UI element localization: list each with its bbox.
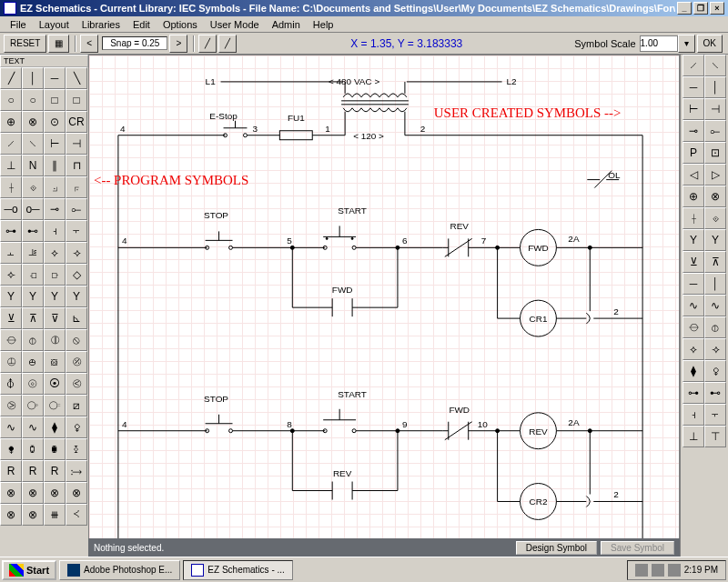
menu-libraries[interactable]: Libraries bbox=[76, 19, 126, 30]
user-symbol-27[interactable]: ⟢ bbox=[704, 338, 726, 360]
tray-icon-1[interactable] bbox=[635, 564, 648, 577]
program-symbol-26[interactable]: ⊸ bbox=[44, 198, 66, 220]
menu-edit[interactable]: Edit bbox=[126, 19, 157, 30]
program-symbol-70[interactable]: ⧯ bbox=[44, 438, 66, 460]
program-symbol-14[interactable]: ⊢ bbox=[44, 133, 66, 155]
program-symbol-21[interactable]: ⟐ bbox=[22, 176, 44, 198]
tray-icon-3[interactable] bbox=[668, 564, 681, 577]
user-symbol-8[interactable]: P bbox=[682, 142, 704, 164]
user-symbol-28[interactable]: ⧫ bbox=[682, 360, 704, 382]
user-symbol-14[interactable]: ⟊ bbox=[682, 207, 704, 229]
snap-display[interactable]: Snap = 0.25 bbox=[102, 36, 167, 50]
program-symbol-83[interactable]: ⧼ bbox=[66, 504, 87, 526]
user-symbol-13[interactable]: ⊗ bbox=[704, 186, 726, 207]
user-symbol-15[interactable]: ⟐ bbox=[704, 207, 726, 229]
user-symbol-23[interactable]: ∿ bbox=[704, 295, 726, 316]
program-symbol-27[interactable]: ⟜ bbox=[66, 198, 87, 220]
menu-admin[interactable]: Admin bbox=[266, 19, 307, 30]
user-symbol-3[interactable]: │ bbox=[704, 76, 726, 98]
program-symbol-59[interactable]: ⧀ bbox=[66, 373, 87, 395]
menu-help[interactable]: Help bbox=[307, 19, 340, 30]
program-symbol-1[interactable]: │ bbox=[22, 67, 44, 89]
program-symbol-73[interactable]: R bbox=[22, 460, 44, 482]
user-symbol-9[interactable]: ⊡ bbox=[704, 142, 726, 164]
maximize-button[interactable]: ❐ bbox=[693, 2, 708, 15]
user-symbol-11[interactable]: ▷ bbox=[704, 164, 726, 186]
scale-dropdown-button[interactable]: ▾ bbox=[678, 35, 695, 53]
menu-usermode[interactable]: User Mode bbox=[204, 19, 266, 30]
program-symbol-78[interactable]: ⊗ bbox=[44, 482, 66, 504]
program-symbol-63[interactable]: ⧄ bbox=[66, 395, 87, 416]
program-symbol-48[interactable]: ⦵ bbox=[0, 329, 22, 351]
line-tool2-button[interactable]: ╱ bbox=[218, 35, 237, 53]
user-symbol-4[interactable]: ⊢ bbox=[682, 98, 704, 120]
program-symbol-68[interactable]: ⧭ bbox=[0, 438, 22, 460]
start-button[interactable]: Start bbox=[2, 560, 56, 580]
user-symbol-20[interactable]: ─ bbox=[682, 273, 704, 295]
program-symbol-5[interactable]: ○ bbox=[22, 89, 44, 111]
program-symbol-4[interactable]: ○ bbox=[0, 89, 22, 111]
program-symbol-12[interactable]: ⟋ bbox=[0, 133, 22, 155]
program-symbol-82[interactable]: ⧻ bbox=[44, 504, 66, 526]
user-symbol-22[interactable]: ∿ bbox=[682, 295, 704, 316]
program-symbol-53[interactable]: ⦺ bbox=[22, 351, 44, 373]
program-symbol-77[interactable]: ⊗ bbox=[22, 482, 44, 504]
program-symbol-18[interactable]: ∥ bbox=[44, 155, 66, 176]
user-symbol-24[interactable]: ⦵ bbox=[682, 316, 704, 338]
program-symbol-25[interactable]: o─ bbox=[22, 198, 44, 220]
user-symbol-25[interactable]: ⦶ bbox=[704, 316, 726, 338]
program-symbol-79[interactable]: ⊗ bbox=[66, 482, 87, 504]
program-symbol-80[interactable]: ⊗ bbox=[0, 504, 22, 526]
user-symbol-1[interactable]: ⟍ bbox=[704, 55, 726, 76]
menu-layout[interactable]: Layout bbox=[33, 19, 76, 30]
menu-file[interactable]: File bbox=[4, 19, 33, 30]
system-tray[interactable]: 2:19 PM bbox=[627, 560, 726, 580]
program-symbol-67[interactable]: ⧬ bbox=[66, 416, 87, 438]
program-symbol-62[interactable]: ⧃ bbox=[44, 395, 66, 416]
user-symbol-0[interactable]: ⟋ bbox=[682, 55, 704, 76]
menu-options[interactable]: Options bbox=[157, 19, 204, 30]
user-symbol-6[interactable]: ⊸ bbox=[682, 120, 704, 142]
program-symbol-41[interactable]: Y bbox=[22, 286, 44, 307]
user-symbol-21[interactable]: │ bbox=[704, 273, 726, 295]
tray-icon-2[interactable] bbox=[652, 564, 664, 577]
program-symbol-24[interactable]: ─o bbox=[0, 198, 22, 220]
user-symbol-29[interactable]: ⧬ bbox=[704, 360, 726, 382]
text-tool-header[interactable]: TEXT bbox=[0, 55, 88, 67]
program-symbol-51[interactable]: ⦸ bbox=[66, 329, 87, 351]
program-symbol-15[interactable]: ⊣ bbox=[66, 133, 87, 155]
program-symbol-35[interactable]: ⟢ bbox=[66, 242, 87, 264]
user-symbol-34[interactable]: ⊥ bbox=[682, 426, 704, 447]
program-symbol-23[interactable]: ⟔ bbox=[66, 176, 87, 198]
program-symbol-7[interactable]: □ bbox=[66, 89, 87, 111]
program-symbol-65[interactable]: ∿ bbox=[22, 416, 44, 438]
grid-toggle-button[interactable]: ▦ bbox=[48, 35, 69, 53]
program-symbol-44[interactable]: ⊻ bbox=[0, 307, 22, 329]
taskbar-item-photoshop[interactable]: Adobe Photoshop E... bbox=[59, 560, 180, 580]
program-symbol-47[interactable]: ⊾ bbox=[66, 307, 87, 329]
program-symbol-58[interactable]: ⦿ bbox=[44, 373, 66, 395]
program-symbol-0[interactable]: ╱ bbox=[0, 67, 22, 89]
design-symbol-button[interactable]: Design Symbol bbox=[516, 541, 597, 555]
user-symbol-10[interactable]: ◁ bbox=[682, 164, 704, 186]
program-symbol-38[interactable]: ⟥ bbox=[44, 264, 66, 286]
program-symbol-28[interactable]: ⊶ bbox=[0, 220, 22, 242]
program-symbol-34[interactable]: ⟡ bbox=[44, 242, 66, 264]
program-symbol-75[interactable]: ⧴ bbox=[66, 460, 87, 482]
program-symbol-71[interactable]: ⧰ bbox=[66, 438, 87, 460]
program-symbol-39[interactable]: ◇ bbox=[66, 264, 87, 286]
program-symbol-11[interactable]: CR bbox=[66, 111, 87, 133]
program-symbol-81[interactable]: ⊗ bbox=[22, 504, 44, 526]
program-symbol-32[interactable]: ⫠ bbox=[0, 242, 22, 264]
program-symbol-76[interactable]: ⊗ bbox=[0, 482, 22, 504]
program-symbol-57[interactable]: ⦾ bbox=[22, 373, 44, 395]
program-symbol-20[interactable]: ⟊ bbox=[0, 176, 22, 198]
program-symbol-16[interactable]: ⊥ bbox=[0, 155, 22, 176]
user-symbol-32[interactable]: ⫞ bbox=[682, 404, 704, 426]
program-symbol-72[interactable]: R bbox=[0, 460, 22, 482]
program-symbol-3[interactable]: ╲ bbox=[66, 67, 87, 89]
ok-button[interactable]: OK bbox=[697, 35, 723, 53]
program-symbol-45[interactable]: ⊼ bbox=[22, 307, 44, 329]
minimize-button[interactable]: _ bbox=[677, 2, 692, 15]
drawing-canvas[interactable]: L1 L2 < 480 VAC > < 120 > 4 E-Stop 3 FU1 bbox=[88, 55, 680, 557]
